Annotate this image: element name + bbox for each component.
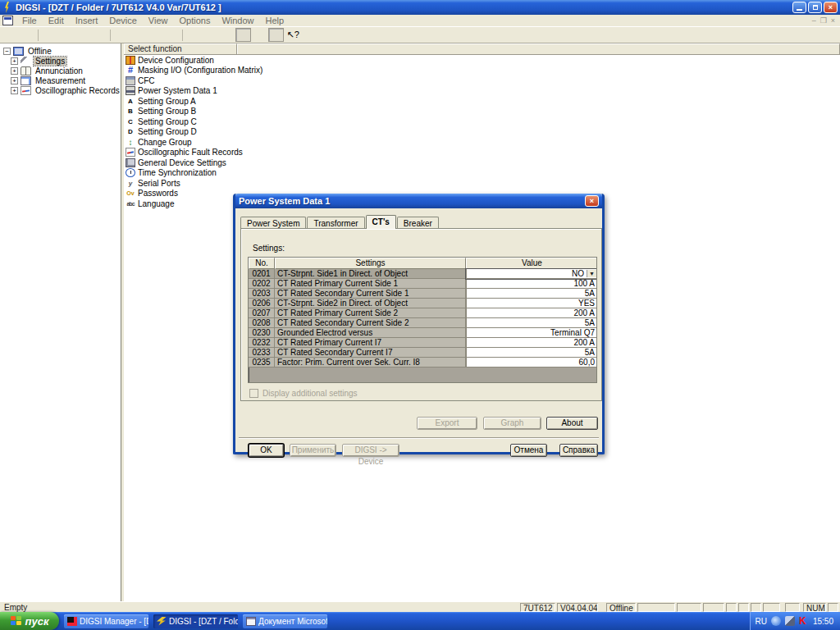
menu-item[interactable]: File [16, 15, 43, 26]
dialog-tab[interactable]: Breaker [397, 217, 439, 229]
tree-item[interactable]: + Oscillographic Records [11, 85, 121, 95]
toolbar-button[interactable] [186, 28, 202, 42]
tray-app-icon[interactable] [771, 616, 781, 626]
toolbar-button[interactable] [2, 28, 18, 42]
taskbar-task[interactable]: Документ Microsoft ... [243, 614, 327, 628]
function-list-item[interactable]: Setting Group A [124, 96, 840, 107]
settings-row[interactable]: 0208 CT Rated Secondary Current Side 2 5… [249, 318, 596, 328]
tree-root-offline[interactable]: − Offline [3, 46, 121, 56]
toolbar-button[interactable] [252, 28, 267, 42]
settings-row[interactable]: 0202 CT Rated Primary Current Side 1 100… [249, 279, 596, 289]
close-button[interactable]: × [824, 2, 838, 13]
taskbar-task[interactable]: DIGSI Manager - [DZ... [64, 614, 148, 628]
value-cell[interactable]: 60,0▼ [466, 358, 597, 368]
tree-item[interactable]: + Annunciation [11, 66, 121, 75]
mdi-window-controls[interactable]: – ❒ × [812, 16, 838, 25]
toolbar-button[interactable] [19, 28, 34, 42]
toolbar-button[interactable] [114, 28, 130, 42]
toolbar-button[interactable] [235, 28, 251, 42]
network-icon[interactable] [785, 616, 795, 626]
taskbar-task[interactable]: DIGSI - [DZT / Folder ... [153, 614, 238, 628]
column-header-select-function[interactable]: Select function [124, 43, 237, 54]
header-settings: Settings [275, 258, 466, 269]
value-cell[interactable]: 200 A▼ [466, 338, 597, 348]
function-list-item[interactable]: Oscillographic Fault Records [124, 148, 840, 158]
graph-button[interactable]: Graph [483, 417, 541, 430]
value-cell[interactable]: 200 A▼ [466, 308, 597, 318]
language-indicator[interactable]: RU [756, 617, 767, 626]
function-list-item[interactable]: Setting Group B [124, 107, 840, 117]
toolbar-button[interactable] [163, 28, 179, 42]
restore-button[interactable] [808, 2, 822, 13]
expand-icon[interactable]: + [11, 87, 18, 94]
settings-row[interactable]: 0206 CT-Strpnt. Side2 in Direct. of Obje… [249, 299, 596, 308]
antivirus-icon[interactable]: K [799, 616, 809, 626]
dialog-tab[interactable]: Transformer [307, 217, 364, 229]
menu-item[interactable]: Edit [43, 15, 70, 26]
expand-icon[interactable]: + [11, 67, 18, 75]
toolbar-button[interactable] [219, 28, 235, 42]
ok-button[interactable]: OK [249, 444, 284, 457]
mdi-child-icon[interactable] [2, 16, 13, 25]
minimize-button[interactable] [792, 2, 806, 13]
value-cell[interactable]: 5A▼ [466, 289, 597, 299]
value-cell[interactable]: 100 A▼ [466, 279, 597, 289]
about-button[interactable]: About [546, 417, 598, 430]
settings-row[interactable]: 0232 CT Rated Primary Current I7 200 A▼ [249, 338, 596, 348]
menu-item[interactable]: Insert [70, 15, 104, 26]
apply-button[interactable]: Применить [290, 444, 336, 457]
tree-item[interactable]: + Settings [11, 56, 121, 66]
menu-item[interactable]: Window [216, 15, 259, 26]
display-additional-settings-checkbox[interactable] [249, 389, 258, 398]
menu-item[interactable]: Device [103, 15, 143, 26]
menu-item[interactable]: View [143, 15, 174, 26]
toolbar-button[interactable] [75, 28, 90, 42]
settings-row[interactable]: 0207 CT Rated Primary Current Side 2 200… [249, 308, 596, 318]
function-list-item[interactable]: Setting Group D [124, 127, 840, 138]
help-button[interactable]: Справка [559, 444, 598, 457]
function-list-item[interactable]: General Device Settings [124, 158, 840, 168]
function-list-item[interactable]: CFC [124, 75, 840, 86]
toolbar-button[interactable] [203, 28, 218, 42]
menu-item[interactable]: Help [260, 15, 290, 26]
settings-row[interactable]: 0203 CT Rated Secondary Current Side 1 5… [249, 289, 596, 299]
column-header-blank[interactable] [237, 43, 840, 54]
function-list-item[interactable]: Setting Group C [124, 116, 840, 127]
dropdown-arrow-icon[interactable]: ▼ [587, 270, 596, 277]
dialog-tab[interactable]: CT's [366, 215, 396, 229]
settings-row[interactable]: 0235 Factor: Prim. Current over Sek. Cur… [249, 358, 596, 368]
tree-item[interactable]: + Measurement [11, 75, 121, 85]
function-list-item[interactable]: Change Group [124, 137, 840, 148]
settings-row[interactable]: 0233 CT Rated Secondary Current I7 5A▼ [249, 348, 596, 358]
value-cell[interactable]: NO▼ [466, 269, 597, 279]
toolbar-button[interactable] [58, 28, 74, 42]
function-list-item[interactable]: Masking I/O (Configuration Matrix) [124, 66, 840, 76]
function-list-item[interactable]: Device Configuration [124, 55, 840, 66]
value-cell[interactable]: 5A▼ [466, 348, 597, 358]
toolbar-button[interactable] [42, 28, 57, 42]
computer-icon [13, 47, 24, 56]
toolbar-button[interactable]: ↖? [285, 28, 300, 42]
collapse-icon[interactable]: − [3, 48, 11, 55]
settings-row[interactable]: 0230 Grounded Electrod versus Terminal Q… [249, 328, 596, 338]
dialog-tab[interactable]: Power System [240, 217, 306, 229]
toolbar-button[interactable] [130, 28, 146, 42]
cancel-button[interactable]: Отмена [510, 444, 547, 457]
export-button[interactable]: Export [417, 417, 477, 430]
value-cell[interactable]: Terminal Q7▼ [466, 328, 597, 338]
function-list-item[interactable]: Time Synchronization [124, 168, 840, 179]
function-list-item[interactable]: Power System Data 1 [124, 86, 840, 97]
toolbar-button[interactable] [268, 28, 284, 42]
toolbar-button[interactable] [91, 28, 107, 42]
value-cell[interactable]: YES▼ [466, 299, 597, 308]
value-cell[interactable]: 5A▼ [466, 318, 597, 328]
settings-row[interactable]: 0201 CT-Strpnt. Side1 in Direct. of Obje… [249, 269, 596, 279]
dialog-close-button[interactable]: × [585, 195, 599, 207]
start-button[interactable]: пуск [0, 612, 59, 630]
menu-item[interactable]: Options [174, 15, 217, 26]
function-list-item[interactable]: Serial Ports [124, 178, 840, 189]
expand-icon[interactable]: + [11, 77, 18, 84]
digsi-to-device-button[interactable]: DIGSI -> Device [342, 444, 399, 457]
toolbar-button[interactable] [147, 28, 162, 42]
expand-icon[interactable]: + [11, 57, 18, 65]
